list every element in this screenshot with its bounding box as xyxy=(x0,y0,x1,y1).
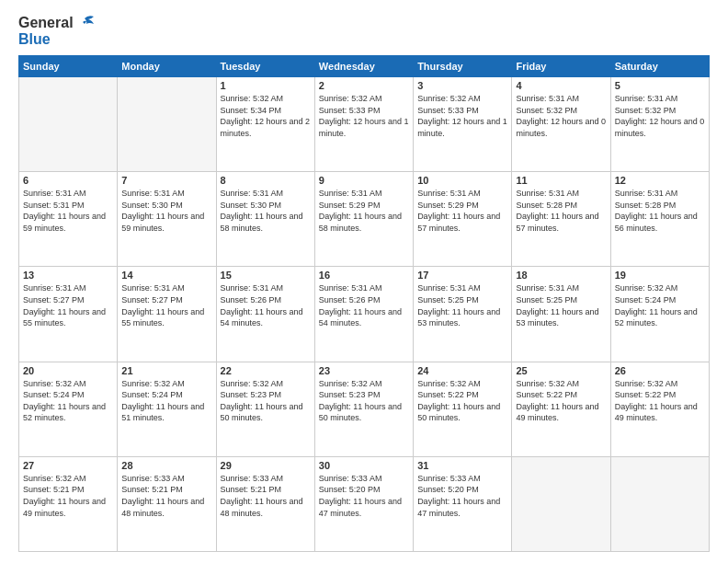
day-number: 20 xyxy=(23,365,113,376)
day-number: 21 xyxy=(121,365,211,376)
calendar-cell: 19Sunrise: 5:32 AMSunset: 5:24 PMDayligh… xyxy=(610,267,709,362)
day-number: 3 xyxy=(417,80,507,91)
weekday-header-monday: Monday xyxy=(118,56,216,77)
calendar-cell: 23Sunrise: 5:32 AMSunset: 5:23 PMDayligh… xyxy=(314,362,413,456)
day-number: 8 xyxy=(221,175,311,186)
calendar-cell: 14Sunrise: 5:31 AMSunset: 5:27 PMDayligh… xyxy=(118,267,216,362)
day-detail: Sunrise: 5:32 AMSunset: 5:22 PMDaylight:… xyxy=(516,378,606,424)
day-number: 10 xyxy=(417,175,507,186)
day-number: 15 xyxy=(221,270,311,281)
calendar-cell: 16Sunrise: 5:31 AMSunset: 5:26 PMDayligh… xyxy=(314,267,413,362)
calendar-cell: 15Sunrise: 5:31 AMSunset: 5:26 PMDayligh… xyxy=(216,267,314,362)
calendar-cell: 2Sunrise: 5:32 AMSunset: 5:33 PMDaylight… xyxy=(314,77,413,172)
calendar-cell: 20Sunrise: 5:32 AMSunset: 5:24 PMDayligh… xyxy=(19,362,118,456)
day-detail: Sunrise: 5:32 AMSunset: 5:22 PMDaylight:… xyxy=(417,378,507,424)
calendar-cell xyxy=(610,456,709,551)
logo-blue-text: Blue xyxy=(18,31,51,47)
calendar-cell: 13Sunrise: 5:31 AMSunset: 5:27 PMDayligh… xyxy=(19,267,118,362)
weekday-header-sunday: Sunday xyxy=(19,56,118,77)
day-detail: Sunrise: 5:32 AMSunset: 5:21 PMDaylight:… xyxy=(23,473,113,519)
calendar-cell: 31Sunrise: 5:33 AMSunset: 5:20 PMDayligh… xyxy=(414,456,512,551)
calendar-week-3: 20Sunrise: 5:32 AMSunset: 5:24 PMDayligh… xyxy=(19,362,710,456)
calendar-cell: 6Sunrise: 5:31 AMSunset: 5:31 PMDaylight… xyxy=(19,172,118,267)
calendar-week-1: 6Sunrise: 5:31 AMSunset: 5:31 PMDaylight… xyxy=(19,172,710,267)
day-detail: Sunrise: 5:31 AMSunset: 5:30 PMDaylight:… xyxy=(221,188,311,234)
calendar-cell xyxy=(512,456,610,551)
day-number: 17 xyxy=(417,270,507,281)
day-detail: Sunrise: 5:31 AMSunset: 5:32 PMDaylight:… xyxy=(615,93,705,139)
calendar-cell: 3Sunrise: 5:32 AMSunset: 5:33 PMDaylight… xyxy=(414,77,512,172)
day-number: 31 xyxy=(417,460,507,471)
calendar-cell: 27Sunrise: 5:32 AMSunset: 5:21 PMDayligh… xyxy=(19,456,118,551)
calendar-cell: 11Sunrise: 5:31 AMSunset: 5:28 PMDayligh… xyxy=(512,172,610,267)
day-detail: Sunrise: 5:31 AMSunset: 5:26 PMDaylight:… xyxy=(221,282,311,328)
calendar-cell: 4Sunrise: 5:31 AMSunset: 5:32 PMDaylight… xyxy=(512,77,610,172)
day-detail: Sunrise: 5:32 AMSunset: 5:22 PMDaylight:… xyxy=(615,378,705,424)
day-detail: Sunrise: 5:32 AMSunset: 5:24 PMDaylight:… xyxy=(615,282,705,328)
day-detail: Sunrise: 5:31 AMSunset: 5:32 PMDaylight:… xyxy=(516,93,606,139)
day-detail: Sunrise: 5:31 AMSunset: 5:28 PMDaylight:… xyxy=(615,188,705,234)
calendar-cell: 10Sunrise: 5:31 AMSunset: 5:29 PMDayligh… xyxy=(414,172,512,267)
logo: General Blue xyxy=(18,15,96,48)
calendar-cell: 21Sunrise: 5:32 AMSunset: 5:24 PMDayligh… xyxy=(118,362,216,456)
day-number: 24 xyxy=(417,365,507,376)
header: General Blue xyxy=(18,15,710,48)
weekday-header-thursday: Thursday xyxy=(414,56,512,77)
calendar-cell: 1Sunrise: 5:32 AMSunset: 5:34 PMDaylight… xyxy=(216,77,314,172)
calendar-cell: 26Sunrise: 5:32 AMSunset: 5:22 PMDayligh… xyxy=(610,362,709,456)
calendar-cell: 30Sunrise: 5:33 AMSunset: 5:20 PMDayligh… xyxy=(314,456,413,551)
day-detail: Sunrise: 5:31 AMSunset: 5:28 PMDaylight:… xyxy=(516,188,606,234)
page: General Blue SundayMondayTuesdayWednesda… xyxy=(0,0,728,563)
day-number: 16 xyxy=(319,270,409,281)
day-number: 4 xyxy=(516,80,606,91)
day-detail: Sunrise: 5:31 AMSunset: 5:29 PMDaylight:… xyxy=(417,188,507,234)
day-number: 23 xyxy=(319,365,409,376)
calendar-cell: 22Sunrise: 5:32 AMSunset: 5:23 PMDayligh… xyxy=(216,362,314,456)
day-detail: Sunrise: 5:31 AMSunset: 5:25 PMDaylight:… xyxy=(516,282,606,328)
calendar-cell: 25Sunrise: 5:32 AMSunset: 5:22 PMDayligh… xyxy=(512,362,610,456)
day-detail: Sunrise: 5:31 AMSunset: 5:27 PMDaylight:… xyxy=(121,282,211,328)
day-number: 28 xyxy=(121,460,211,471)
day-detail: Sunrise: 5:32 AMSunset: 5:24 PMDaylight:… xyxy=(121,378,211,424)
day-detail: Sunrise: 5:31 AMSunset: 5:30 PMDaylight:… xyxy=(121,188,211,234)
day-number: 29 xyxy=(221,460,311,471)
day-detail: Sunrise: 5:32 AMSunset: 5:33 PMDaylight:… xyxy=(417,93,507,139)
day-detail: Sunrise: 5:32 AMSunset: 5:23 PMDaylight:… xyxy=(319,378,409,424)
calendar-cell: 12Sunrise: 5:31 AMSunset: 5:28 PMDayligh… xyxy=(610,172,709,267)
day-detail: Sunrise: 5:31 AMSunset: 5:25 PMDaylight:… xyxy=(417,282,507,328)
weekday-header-saturday: Saturday xyxy=(610,56,709,77)
day-detail: Sunrise: 5:31 AMSunset: 5:27 PMDaylight:… xyxy=(23,282,113,328)
day-number: 13 xyxy=(23,270,113,281)
day-number: 9 xyxy=(319,175,409,186)
calendar-cell: 5Sunrise: 5:31 AMSunset: 5:32 PMDaylight… xyxy=(610,77,709,172)
day-number: 19 xyxy=(615,270,705,281)
day-detail: Sunrise: 5:32 AMSunset: 5:33 PMDaylight:… xyxy=(319,93,409,139)
day-number: 1 xyxy=(221,80,311,91)
day-detail: Sunrise: 5:31 AMSunset: 5:26 PMDaylight:… xyxy=(319,282,409,328)
calendar-cell xyxy=(118,77,216,172)
logo-general-text: General xyxy=(18,15,74,31)
weekday-header-friday: Friday xyxy=(512,56,610,77)
day-number: 14 xyxy=(121,270,211,281)
calendar-cell: 9Sunrise: 5:31 AMSunset: 5:29 PMDaylight… xyxy=(314,172,413,267)
day-detail: Sunrise: 5:31 AMSunset: 5:31 PMDaylight:… xyxy=(23,188,113,234)
day-number: 27 xyxy=(23,460,113,471)
day-detail: Sunrise: 5:33 AMSunset: 5:20 PMDaylight:… xyxy=(417,473,507,519)
day-number: 11 xyxy=(516,175,606,186)
day-number: 18 xyxy=(516,270,606,281)
calendar-cell: 8Sunrise: 5:31 AMSunset: 5:30 PMDaylight… xyxy=(216,172,314,267)
day-number: 22 xyxy=(221,365,311,376)
weekday-header-row: SundayMondayTuesdayWednesdayThursdayFrid… xyxy=(19,56,710,77)
day-number: 12 xyxy=(615,175,705,186)
day-number: 5 xyxy=(615,80,705,91)
day-number: 30 xyxy=(319,460,409,471)
logo-bird-icon xyxy=(75,15,96,31)
day-number: 25 xyxy=(516,365,606,376)
day-detail: Sunrise: 5:32 AMSunset: 5:34 PMDaylight:… xyxy=(221,93,311,139)
day-detail: Sunrise: 5:32 AMSunset: 5:23 PMDaylight:… xyxy=(221,378,311,424)
day-detail: Sunrise: 5:32 AMSunset: 5:24 PMDaylight:… xyxy=(23,378,113,424)
calendar-cell: 7Sunrise: 5:31 AMSunset: 5:30 PMDaylight… xyxy=(118,172,216,267)
day-detail: Sunrise: 5:33 AMSunset: 5:20 PMDaylight:… xyxy=(319,473,409,519)
day-number: 2 xyxy=(319,80,409,91)
calendar-cell xyxy=(19,77,118,172)
